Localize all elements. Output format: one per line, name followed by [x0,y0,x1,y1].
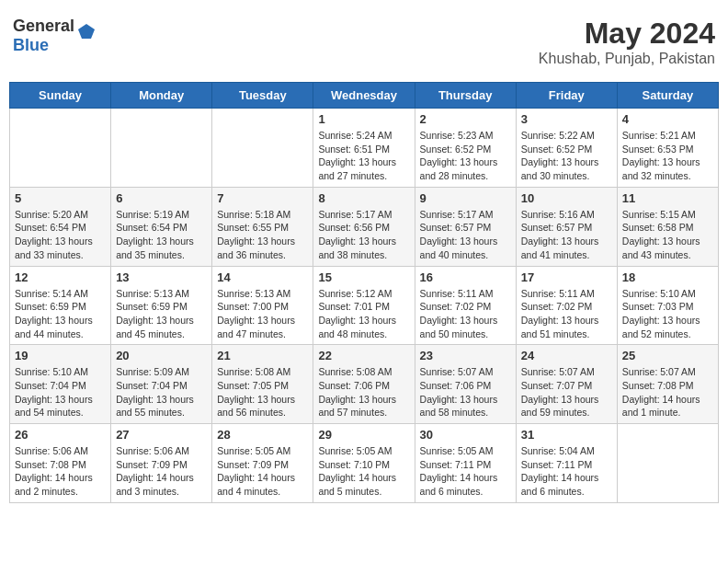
calendar-cell: 19Sunrise: 5:10 AM Sunset: 7:04 PM Dayli… [10,345,111,424]
day-number: 30 [420,428,511,442]
day-info: Sunrise: 5:19 AM Sunset: 6:54 PM Dayligh… [116,208,207,262]
calendar-cell: 25Sunrise: 5:07 AM Sunset: 7:08 PM Dayli… [617,345,718,424]
day-number: 4 [622,112,713,126]
calendar-cell: 11Sunrise: 5:15 AM Sunset: 6:58 PM Dayli… [617,187,718,266]
day-number: 5 [15,191,106,205]
month-title: May 2024 [539,17,715,51]
calendar-cell: 17Sunrise: 5:11 AM Sunset: 7:02 PM Dayli… [516,266,617,345]
day-info: Sunrise: 5:09 AM Sunset: 7:04 PM Dayligh… [116,365,207,419]
weekday-header-friday: Friday [516,83,617,109]
calendar-cell: 23Sunrise: 5:07 AM Sunset: 7:06 PM Dayli… [415,345,516,424]
calendar-cell: 21Sunrise: 5:08 AM Sunset: 7:05 PM Dayli… [212,345,313,424]
calendar-cell: 3Sunrise: 5:22 AM Sunset: 6:52 PM Daylig… [516,109,617,188]
calendar-cell: 4Sunrise: 5:21 AM Sunset: 6:53 PM Daylig… [617,109,718,188]
weekday-header-monday: Monday [111,83,212,109]
day-number: 27 [116,428,207,442]
calendar-cell: 15Sunrise: 5:12 AM Sunset: 7:01 PM Dayli… [313,266,415,345]
week-row-1: 1Sunrise: 5:24 AM Sunset: 6:51 PM Daylig… [10,109,719,188]
day-number: 20 [116,349,207,362]
calendar-cell: 20Sunrise: 5:09 AM Sunset: 7:04 PM Dayli… [111,345,212,424]
calendar-cell: 10Sunrise: 5:16 AM Sunset: 6:57 PM Dayli… [516,187,617,266]
header-area: General Blue May 2024 Khushab, Punjab, P… [9,9,719,75]
day-number: 7 [217,191,308,205]
day-number: 8 [318,191,409,205]
calendar-cell: 13Sunrise: 5:13 AM Sunset: 6:59 PM Dayli… [111,266,212,345]
calendar-cell: 6Sunrise: 5:19 AM Sunset: 6:54 PM Daylig… [111,187,212,266]
day-number: 19 [15,349,106,362]
day-info: Sunrise: 5:10 AM Sunset: 7:03 PM Dayligh… [622,287,713,341]
weekday-header-row: SundayMondayTuesdayWednesdayThursdayFrid… [10,83,719,109]
weekday-header-sunday: Sunday [10,83,111,109]
calendar-cell: 29Sunrise: 5:05 AM Sunset: 7:10 PM Dayli… [313,424,415,503]
day-number: 24 [521,349,612,362]
day-info: Sunrise: 5:11 AM Sunset: 7:02 PM Dayligh… [521,287,612,341]
day-number: 12 [15,270,106,284]
calendar-cell: 16Sunrise: 5:11 AM Sunset: 7:02 PM Dayli… [415,266,516,345]
calendar-cell [111,109,212,188]
calendar-cell: 30Sunrise: 5:05 AM Sunset: 7:11 PM Dayli… [415,424,516,503]
calendar-cell: 26Sunrise: 5:06 AM Sunset: 7:08 PM Dayli… [10,424,111,503]
weekday-header-tuesday: Tuesday [212,83,313,109]
logo-flag-icon [76,22,97,42]
calendar-cell [617,424,718,503]
logo-blue: Blue [13,36,49,54]
day-number: 25 [622,349,713,362]
calendar-cell: 24Sunrise: 5:07 AM Sunset: 7:07 PM Dayli… [516,345,617,424]
weekday-header-thursday: Thursday [415,83,516,109]
calendar-cell: 28Sunrise: 5:05 AM Sunset: 7:09 PM Dayli… [212,424,313,503]
location-title: Khushab, Punjab, Pakistan [539,51,715,67]
day-info: Sunrise: 5:08 AM Sunset: 7:06 PM Dayligh… [318,365,409,419]
calendar-cell: 8Sunrise: 5:17 AM Sunset: 6:56 PM Daylig… [313,187,415,266]
day-number: 9 [420,191,511,205]
day-info: Sunrise: 5:15 AM Sunset: 6:58 PM Dayligh… [622,208,713,262]
calendar-cell: 22Sunrise: 5:08 AM Sunset: 7:06 PM Dayli… [313,345,415,424]
day-info: Sunrise: 5:08 AM Sunset: 7:05 PM Dayligh… [217,365,308,419]
calendar-cell: 9Sunrise: 5:17 AM Sunset: 6:57 PM Daylig… [415,187,516,266]
day-number: 10 [521,191,612,205]
weekday-header-saturday: Saturday [617,83,718,109]
day-info: Sunrise: 5:07 AM Sunset: 7:08 PM Dayligh… [622,365,713,419]
week-row-5: 26Sunrise: 5:06 AM Sunset: 7:08 PM Dayli… [10,424,719,503]
weekday-header-wednesday: Wednesday [313,83,415,109]
day-info: Sunrise: 5:12 AM Sunset: 7:01 PM Dayligh… [318,287,409,341]
week-row-2: 5Sunrise: 5:20 AM Sunset: 6:54 PM Daylig… [10,187,719,266]
day-number: 6 [116,191,207,205]
calendar-cell: 5Sunrise: 5:20 AM Sunset: 6:54 PM Daylig… [10,187,111,266]
day-number: 26 [15,428,106,442]
day-number: 29 [318,428,409,442]
calendar-cell: 1Sunrise: 5:24 AM Sunset: 6:51 PM Daylig… [313,109,415,188]
day-info: Sunrise: 5:23 AM Sunset: 6:52 PM Dayligh… [420,129,511,183]
week-row-3: 12Sunrise: 5:14 AM Sunset: 6:59 PM Dayli… [10,266,719,345]
day-info: Sunrise: 5:14 AM Sunset: 6:59 PM Dayligh… [15,287,106,341]
day-info: Sunrise: 5:10 AM Sunset: 7:04 PM Dayligh… [15,365,106,419]
day-info: Sunrise: 5:20 AM Sunset: 6:54 PM Dayligh… [15,208,106,262]
day-number: 2 [420,112,511,126]
day-number: 11 [622,191,713,205]
calendar-cell [10,109,111,188]
day-info: Sunrise: 5:17 AM Sunset: 6:56 PM Dayligh… [318,208,409,262]
day-info: Sunrise: 5:05 AM Sunset: 7:09 PM Dayligh… [217,444,308,499]
day-info: Sunrise: 5:18 AM Sunset: 6:55 PM Dayligh… [217,208,308,262]
day-number: 14 [217,270,308,284]
title-area: May 2024 Khushab, Punjab, Pakistan [539,17,715,67]
calendar-cell: 18Sunrise: 5:10 AM Sunset: 7:03 PM Dayli… [617,266,718,345]
day-info: Sunrise: 5:04 AM Sunset: 7:11 PM Dayligh… [521,444,612,499]
day-number: 17 [521,270,612,284]
day-info: Sunrise: 5:05 AM Sunset: 7:11 PM Dayligh… [420,444,511,499]
day-info: Sunrise: 5:07 AM Sunset: 7:07 PM Dayligh… [521,365,612,419]
day-number: 3 [521,112,612,126]
day-number: 15 [318,270,409,284]
calendar-cell: 31Sunrise: 5:04 AM Sunset: 7:11 PM Dayli… [516,424,617,503]
svg-marker-0 [78,24,95,39]
logo-general: General [13,17,74,35]
day-info: Sunrise: 5:17 AM Sunset: 6:57 PM Dayligh… [420,208,511,262]
logo: General Blue [13,17,97,55]
day-number: 13 [116,270,207,284]
calendar-cell: 7Sunrise: 5:18 AM Sunset: 6:55 PM Daylig… [212,187,313,266]
day-number: 28 [217,428,308,442]
calendar-cell: 2Sunrise: 5:23 AM Sunset: 6:52 PM Daylig… [415,109,516,188]
calendar-cell: 12Sunrise: 5:14 AM Sunset: 6:59 PM Dayli… [10,266,111,345]
week-row-4: 19Sunrise: 5:10 AM Sunset: 7:04 PM Dayli… [10,345,719,424]
calendar-table: SundayMondayTuesdayWednesdayThursdayFrid… [9,82,719,503]
day-info: Sunrise: 5:22 AM Sunset: 6:52 PM Dayligh… [521,129,612,183]
